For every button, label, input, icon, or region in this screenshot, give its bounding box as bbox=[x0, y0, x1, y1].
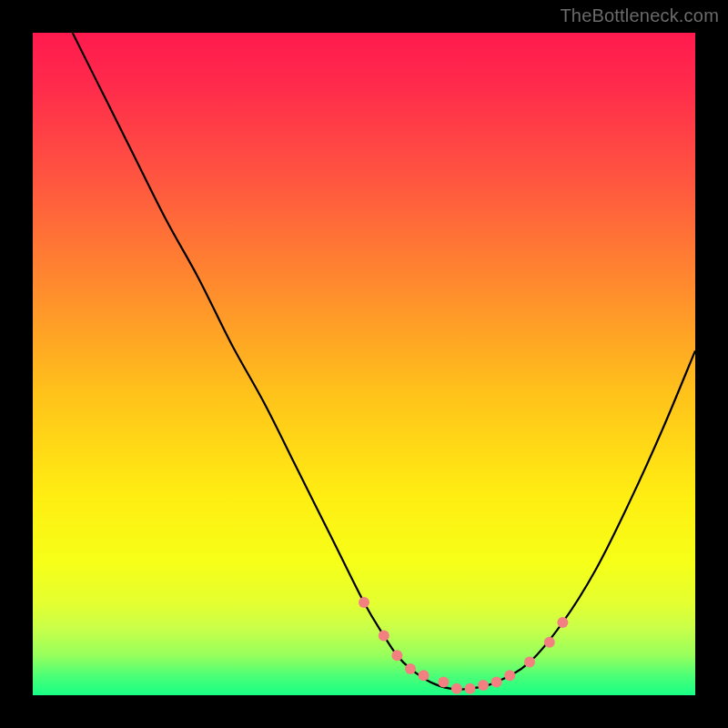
dot bbox=[478, 680, 489, 691]
dot bbox=[391, 650, 402, 661]
dot bbox=[557, 617, 568, 628]
dot bbox=[405, 663, 416, 674]
dot bbox=[451, 683, 462, 694]
bottleneck-curve bbox=[73, 33, 695, 690]
dot bbox=[544, 637, 555, 648]
dot bbox=[524, 657, 535, 668]
attribution-text: TheBottleneck.com bbox=[560, 5, 719, 26]
dot bbox=[465, 683, 476, 694]
dot bbox=[491, 676, 502, 687]
plot-area bbox=[33, 33, 695, 695]
dot bbox=[419, 670, 430, 681]
chart-stage: TheBottleneck.com bbox=[0, 0, 728, 728]
dot bbox=[504, 670, 515, 681]
dot bbox=[359, 597, 369, 608]
dot bbox=[379, 631, 389, 642]
dot bbox=[438, 676, 449, 687]
chart-svg bbox=[33, 33, 695, 695]
